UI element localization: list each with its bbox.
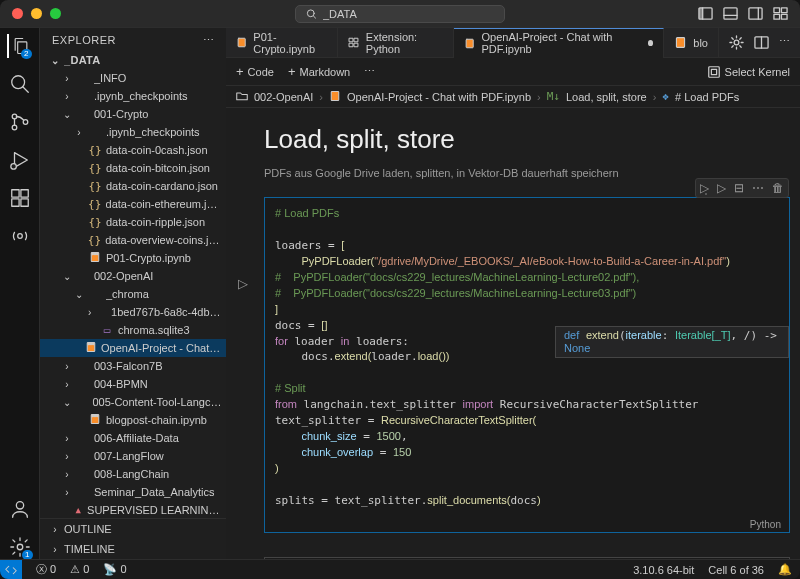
tree-item[interactable]: blogpost-chain.ipynb — [40, 411, 226, 429]
activity-search[interactable] — [8, 72, 32, 96]
gear-icon[interactable] — [729, 35, 744, 50]
remote-indicator[interactable] — [0, 560, 22, 579]
tree-item[interactable]: ›1bed767b-6a8c-4dbe-ac0d-fe… — [40, 303, 226, 321]
code-cell-1[interactable]: ▷̩ ▷ ⊟ ⋯ 🗑 # Load PDFs loaders = [ PyPDF… — [264, 197, 790, 533]
activity-account[interactable] — [8, 497, 32, 521]
tree-item[interactable]: ›003-Falcon7B — [40, 357, 226, 375]
tree-item[interactable]: ▭chroma.sqlite3 — [40, 321, 226, 339]
tree-item[interactable]: ⌄005-Content-Tool-Langchain — [40, 393, 226, 411]
activity-extensions[interactable] — [8, 186, 32, 210]
breadcrumbs[interactable]: 002-OpenAI›OpenAI-Project - Chat with PD… — [226, 86, 800, 108]
tree-item[interactable]: data-coin-ethereum.json — [40, 195, 226, 213]
tree-item[interactable]: ›007-LangFlow — [40, 447, 226, 465]
tree-item[interactable]: data-coin-ripple.json — [40, 213, 226, 231]
svg-point-28 — [93, 343, 95, 345]
tree-item[interactable]: ›_INFO — [40, 69, 226, 87]
tree-item[interactable]: OpenAI-Project - Chat with PDF.i… — [40, 339, 226, 357]
outline-section[interactable]: ›OUTLINE — [40, 519, 226, 539]
tab-more[interactable]: ⋯ — [779, 35, 790, 50]
tree-item[interactable]: ›Seminar_Data_Analytics — [40, 483, 226, 501]
editor-tab[interactable]: Extension: Python — [338, 28, 454, 58]
status-ports[interactable]: 📡 0 — [103, 563, 126, 576]
svg-point-13 — [10, 164, 16, 170]
activity-debug[interactable] — [8, 148, 32, 172]
layout-sidebar-left-icon[interactable] — [698, 6, 713, 21]
command-center[interactable] — [295, 5, 505, 23]
svg-rect-15 — [11, 199, 18, 206]
tree-item[interactable]: ›006-Affiliate-Data — [40, 429, 226, 447]
svg-point-24 — [97, 253, 99, 255]
svg-point-30 — [92, 415, 94, 417]
status-cell[interactable]: Cell 6 of 36 — [708, 564, 764, 576]
tree-item[interactable]: ▲SUPERVISED LEARNING - Intuition… — [40, 501, 226, 518]
explorer-more[interactable]: ⋯ — [203, 34, 215, 47]
status-kernel[interactable]: 3.10.6 64-bit — [633, 564, 694, 576]
tree-item[interactable]: ⌄_DATA — [40, 51, 226, 69]
window-controls — [12, 8, 61, 19]
tree-item[interactable]: ⌄_chroma — [40, 285, 226, 303]
select-kernel[interactable]: Select Kernel — [707, 65, 790, 79]
editor-tab[interactable]: blo — [664, 28, 719, 58]
svg-rect-8 — [781, 14, 787, 19]
svg-rect-39 — [677, 38, 685, 48]
editor-tab[interactable]: P01-Crypto.ipynb — [226, 28, 338, 58]
activity-settings[interactable]: 1 — [8, 535, 32, 559]
layout-panel-icon[interactable] — [723, 6, 738, 21]
svg-rect-42 — [708, 66, 719, 77]
run-cell-gutter[interactable]: ▷ — [238, 276, 248, 291]
command-input[interactable] — [323, 8, 494, 20]
layout-sidebar-right-icon[interactable] — [748, 6, 763, 21]
svg-rect-5 — [774, 8, 780, 13]
maximize-window[interactable] — [50, 8, 61, 19]
tree-item[interactable]: ⌄002-OpenAI — [40, 267, 226, 285]
svg-rect-6 — [781, 8, 787, 13]
notebook-content[interactable]: ▷ Load, split, store PDFs aus Google Dri… — [226, 108, 800, 559]
svg-point-32 — [97, 415, 99, 417]
split-cell-icon[interactable]: ⊟ — [734, 181, 744, 195]
activity-remote[interactable] — [8, 224, 32, 248]
tree-item[interactable]: ›.ipynb_checkpoints — [40, 123, 226, 141]
layout-customize-icon[interactable] — [773, 6, 788, 21]
tree-item[interactable]: data-coin-cardano.json — [40, 177, 226, 195]
tree-item[interactable]: ›.ipynb_checkpoints — [40, 87, 226, 105]
run-by-line-icon[interactable]: ▷̩ — [700, 181, 709, 195]
status-warnings[interactable]: ⚠ 0 — [70, 563, 89, 576]
editor-tab[interactable]: OpenAI-Project - Chat with PDF.ipynb — [454, 28, 664, 58]
activity-scm[interactable] — [8, 110, 32, 134]
editor-tabs: P01-Crypto.ipynbExtension: PythonOpenAI-… — [226, 28, 800, 58]
cell-more-icon[interactable]: ⋯ — [752, 181, 764, 195]
svg-rect-14 — [11, 190, 18, 197]
svg-point-27 — [90, 343, 92, 345]
tree-item[interactable]: ›004-BPMN — [40, 375, 226, 393]
code-cell-2[interactable]: # embeddings from langchain.embeddings.o… — [264, 557, 790, 559]
tree-item[interactable]: data-coin-0cash.json — [40, 141, 226, 159]
delete-cell-icon[interactable]: 🗑 — [772, 181, 784, 195]
tree-item[interactable]: data-coin-bitcoin.json — [40, 159, 226, 177]
svg-rect-33 — [238, 38, 245, 47]
add-markdown-cell[interactable]: +Markdown — [288, 64, 350, 79]
svg-rect-43 — [711, 69, 716, 74]
execute-cell-icon[interactable]: ▷ — [717, 181, 726, 195]
split-editor-icon[interactable] — [754, 35, 769, 50]
status-errors[interactable]: ⓧ 0 — [36, 562, 56, 577]
status-bell-icon[interactable]: 🔔 — [778, 563, 792, 576]
minimize-window[interactable] — [31, 8, 42, 19]
toolbar-more[interactable]: ⋯ — [364, 65, 375, 78]
timeline-section[interactable]: ›TIMELINE — [40, 539, 226, 559]
tree-item[interactable]: ⌄001-Crypto — [40, 105, 226, 123]
svg-point-19 — [16, 502, 23, 509]
tree-item[interactable]: P01-Crypto.ipynb — [40, 249, 226, 267]
tree-item[interactable]: ›008-LangChain — [40, 465, 226, 483]
svg-rect-44 — [331, 91, 339, 100]
svg-rect-38 — [466, 39, 473, 48]
svg-rect-16 — [20, 199, 27, 206]
cell-language[interactable]: Python — [265, 517, 789, 532]
svg-point-22 — [92, 253, 94, 255]
tree-item[interactable]: data-overview-coins.json — [40, 231, 226, 249]
svg-rect-4 — [749, 8, 762, 19]
svg-point-18 — [17, 234, 22, 239]
notebook-toolbar: +Code +Markdown ⋯ Select Kernel — [226, 58, 800, 86]
add-code-cell[interactable]: +Code — [236, 64, 274, 79]
close-window[interactable] — [12, 8, 23, 19]
activity-explorer[interactable]: 2 — [7, 34, 31, 58]
